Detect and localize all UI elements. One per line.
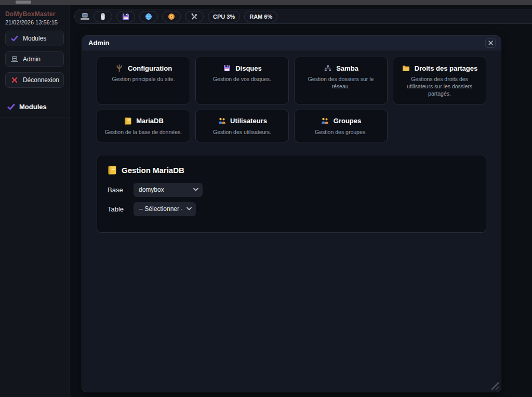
card-droits-des-partages[interactable]: Droits des partages Gestions des droits … [393,57,486,104]
base-label: Base [108,186,134,194]
window-body: Configuration Gestion principale du site… [82,50,501,392]
floppy-icon [222,64,232,72]
floppy-icon[interactable] [116,11,135,22]
branch-icon [115,64,124,72]
close-button[interactable] [485,38,496,48]
mariadb-panel-header: Gestion MariaDB [108,166,475,175]
app-root: DoMyBoxMaster 21/02/2026 13:56:15 Module… [0,5,532,397]
os-top-strip [0,0,532,5]
check-icon [10,34,19,43]
card-title-text: Disques [235,64,262,72]
main-area: CPU 3% RAM 6% Admin [70,5,532,397]
sidebar-button-admin[interactable]: Admin [5,51,64,67]
mariadb-panel: Gestion MariaDB Base domybox [97,155,486,233]
card-description: Gestion de vos disques. [200,75,284,83]
mouse-icon[interactable] [94,11,112,22]
table-label: Table [108,205,134,213]
close-icon [488,41,493,45]
card-mariadb[interactable]: MariaDB Gestion de la base de données. [97,110,190,142]
table-select[interactable]: -- Sélectionner -- [134,202,196,216]
users-icon [321,117,330,125]
ram-label: RAM 6% [249,14,272,20]
card-groupes[interactable]: Groupes Gestion des groupes. [294,110,388,142]
base-row: Base domybox [108,183,475,197]
cpu-badge: CPU 3% [208,11,240,22]
card-title-text: Samba [336,64,358,72]
users-icon [217,117,227,125]
card-description: Gestion de la base de données. [101,128,185,136]
tools-icon[interactable] [185,11,204,22]
disc-icon[interactable] [162,11,181,22]
sidebar: DoMyBoxMaster 21/02/2026 13:56:15 Module… [0,5,70,397]
card-description: Gestion des groupes. [299,128,383,136]
card-configuration[interactable]: Configuration Gestion principale du site… [97,57,190,104]
window-header: Admin [82,36,501,50]
x-icon [10,76,19,84]
ledger-icon [108,166,117,174]
card-samba[interactable]: Samba Gestion des dossiers sur le réseau… [294,57,388,104]
browser-tab-remnant [16,1,31,4]
admin-window: Admin Configuration Gestion principa [82,35,501,392]
sidebar-button-label: Modules [23,35,46,42]
card-description: Gestion des dossiers sur le réseau. [299,75,383,90]
laptop-icon [10,55,19,63]
globe-icon[interactable] [139,11,158,22]
card-title-text: Groupes [334,117,361,125]
mariadb-panel-title: Gestion MariaDB [122,166,184,175]
card-disques[interactable]: Disques Gestion de vos disques. [195,57,289,104]
card-utilisateurs[interactable]: Utilisateurs Gestion des utilisateurs. [195,110,289,142]
app-datetime: 21/02/2026 13:56:15 [5,19,64,25]
ledger-icon [123,117,132,125]
sidebar-button-label: Déconnexion [23,76,59,84]
status-toolbar: CPU 3% RAM 6% [74,9,532,24]
sidebar-section-label: Modules [19,103,47,111]
laptop-icon[interactable] [80,12,89,21]
admin-cards: Configuration Gestion principale du site… [97,57,487,142]
window-title: Admin [88,39,485,47]
card-description: Gestion principale du site. [101,75,185,83]
check-icon [6,102,16,111]
card-title-text: Configuration [128,64,172,72]
card-title-text: Droits des partages [415,64,477,72]
card-title-text: Utilisateurs [230,117,267,125]
card-description: Gestions des droits des utilisateurs sur… [397,75,482,98]
sidebar-section-modules: Modules [5,102,64,111]
sidebar-button-modules[interactable]: Modules [5,31,64,46]
ram-badge: RAM 6% [244,11,277,22]
base-select[interactable]: domybox [134,183,203,197]
resize-handle[interactable] [489,380,500,391]
folder-icon [402,64,411,72]
cpu-label: CPU 3% [213,14,235,20]
app-title: DoMyBoxMaster [5,10,64,18]
network-icon [323,64,332,72]
sidebar-button-label: Admin [23,56,41,63]
card-title-text: MariaDB [136,117,164,125]
sidebar-button-deconnexion[interactable]: Déconnexion [5,72,64,88]
sidebar-divider [0,117,70,117]
table-row: Table -- Sélectionner -- [108,202,475,216]
card-description: Gestion des utilisateurs. [200,128,284,136]
